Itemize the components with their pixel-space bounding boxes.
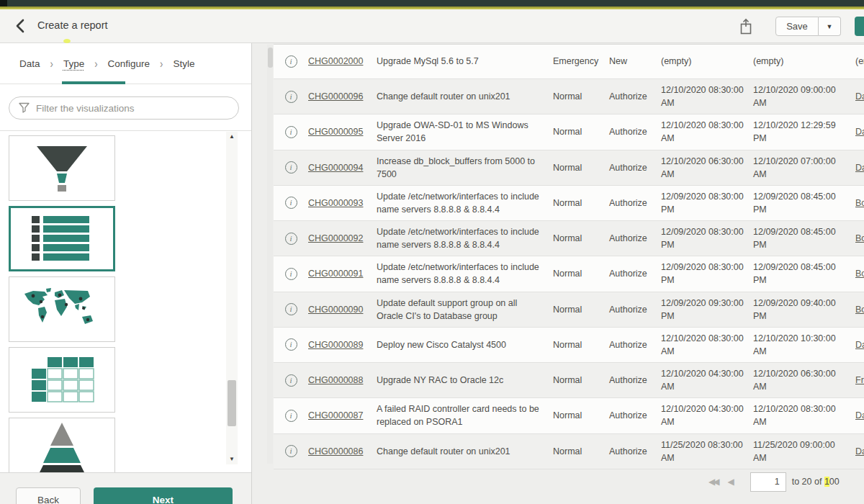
viz-thumb-heatmap[interactable]: [9, 347, 115, 413]
table-scrollbar-thumb[interactable]: [268, 48, 273, 68]
browser-top-strip: [0, 0, 864, 9]
change-number-link[interactable]: CHG0000094: [308, 157, 377, 179]
info-icon[interactable]: i: [285, 161, 297, 174]
info-icon[interactable]: i: [285, 233, 297, 245]
filter-visualizations-input[interactable]: [36, 103, 238, 114]
short-description-cell: Change default router on unix201: [377, 441, 553, 462]
table-pagination: ◀◀ ◀ to 20 of 100: [708, 472, 840, 492]
info-icon[interactable]: i: [285, 303, 297, 315]
table-row[interactable]: i CHG0000086 Change default router on un…: [274, 434, 864, 469]
scrollbar-thumb[interactable]: [228, 380, 236, 426]
change-number-link[interactable]: CHG0000088: [308, 369, 377, 391]
short-description-cell: Change default router on unix201: [377, 86, 553, 107]
end-date-cell: 12/10/2020 10:30:00AM: [753, 328, 845, 362]
info-icon[interactable]: i: [285, 410, 297, 422]
state-cell: Authorize: [609, 405, 661, 426]
viz-thumb-map[interactable]: [9, 276, 115, 342]
change-number-link[interactable]: CHG0000092: [308, 228, 377, 249]
priority-cell: Normal: [553, 228, 609, 249]
assigned-to-link[interactable]: Bow: [845, 228, 864, 249]
change-number-link[interactable]: CHG0000089: [308, 334, 377, 356]
short-description-cell: A failed RAID controller card needs to b…: [377, 398, 553, 433]
end-date-cell: 12/10/2020 08:30:00AM: [753, 398, 845, 433]
info-icon[interactable]: i: [285, 126, 297, 138]
end-date-cell: 12/10/2020 07:00:00AM: [753, 150, 845, 185]
step-configure[interactable]: Configure: [108, 58, 150, 69]
assigned-to-link[interactable]: Dav: [845, 157, 864, 179]
assigned-to-link[interactable]: Dav: [845, 121, 864, 143]
scrollbar-down-icon[interactable]: ▼: [226, 454, 238, 464]
state-cell: Authorize: [609, 299, 661, 320]
priority-cell: Normal: [553, 405, 609, 426]
table-row[interactable]: i CHG0002000 Upgrade MySql 5.6 to 5.7 Em…: [274, 45, 864, 79]
assigned-to-link[interactable]: Dav: [845, 441, 864, 462]
table-row[interactable]: i CHG0000090 Update default support grou…: [274, 292, 864, 328]
back-arrow-button[interactable]: [14, 17, 33, 35]
back-button[interactable]: Back: [16, 487, 81, 504]
chevron-right-icon: ›: [160, 57, 163, 70]
step-data[interactable]: Data: [19, 58, 40, 69]
share-export-button[interactable]: [739, 17, 760, 37]
info-icon[interactable]: i: [285, 445, 297, 457]
table-row[interactable]: i CHG0000093 Update /etc/network/interfa…: [274, 186, 864, 221]
step-style[interactable]: Style: [173, 58, 194, 69]
next-button[interactable]: Next: [94, 487, 233, 504]
state-cell: Authorize: [609, 441, 661, 462]
change-number-link[interactable]: CHG0002000: [308, 50, 377, 72]
total-rows-count: 100: [824, 477, 840, 487]
table-row[interactable]: i CHG0000089 Deploy new Cisco Catalyst 4…: [274, 328, 864, 363]
viz-thumb-funnel[interactable]: [9, 135, 115, 201]
short-description-cell: Update default support group on all Orac…: [377, 292, 553, 327]
visualization-list: [0, 130, 251, 504]
info-icon[interactable]: i: [285, 91, 297, 103]
change-number-link[interactable]: CHG0000090: [308, 299, 377, 320]
table-row[interactable]: i CHG0000095 Upgrade OWA-SD-01 to MS Win…: [274, 114, 864, 150]
change-number-link[interactable]: CHG0000087: [308, 405, 377, 426]
table-row[interactable]: i CHG0000088 Upgrade NY RAC to Oracle 12…: [274, 363, 864, 398]
short-description-cell: Increase db_block_buffers from 5000 to 7…: [377, 150, 553, 185]
previous-page-button[interactable]: ◀: [727, 477, 734, 487]
save-dropdown-button[interactable]: ▼: [819, 17, 841, 36]
sidebar-scrollbar[interactable]: ▲ ▼: [226, 132, 238, 464]
page-number-input[interactable]: [750, 472, 786, 492]
viz-thumb-list[interactable]: [9, 206, 115, 271]
scrollbar-up-icon[interactable]: ▲: [226, 132, 238, 142]
info-icon[interactable]: i: [285, 268, 297, 280]
end-date-cell: 12/09/2020 08:45:00PM: [753, 186, 845, 220]
assigned-to-link[interactable]: Dav: [845, 405, 864, 426]
table-row[interactable]: i CHG0000096 Change default router on un…: [274, 79, 864, 114]
table-row[interactable]: i CHG0000087 A failed RAID controller ca…: [274, 398, 864, 433]
table-scrollbar[interactable]: [267, 45, 273, 464]
short-description-cell: Update /etc/network/interfaces to includ…: [377, 256, 553, 291]
run-button-clipped[interactable]: [855, 17, 864, 36]
first-page-button[interactable]: ◀◀: [708, 477, 717, 487]
step-type[interactable]: Type: [63, 58, 84, 69]
info-icon[interactable]: i: [285, 338, 297, 351]
assigned-to-link[interactable]: Dav: [845, 86, 864, 107]
change-number-link[interactable]: CHG0000086: [308, 441, 377, 462]
info-icon[interactable]: i: [285, 197, 297, 209]
table-row[interactable]: i CHG0000091 Update /etc/network/interfa…: [274, 256, 864, 292]
start-date-cell: 12/10/2020 08:30:00AM: [661, 114, 753, 149]
active-step-underline: [62, 81, 125, 84]
assigned-to-link[interactable]: Bow: [845, 299, 864, 320]
info-icon[interactable]: i: [285, 55, 297, 68]
change-number-link[interactable]: CHG0000091: [308, 263, 377, 284]
info-icon[interactable]: i: [285, 374, 297, 387]
assigned-to-link[interactable]: (em: [845, 50, 864, 72]
assigned-to-link[interactable]: Fre: [845, 369, 864, 391]
assigned-to-link[interactable]: Bow: [845, 192, 864, 214]
assigned-to-link[interactable]: Dav: [845, 334, 864, 356]
change-number-link[interactable]: CHG0000096: [308, 86, 377, 107]
priority-cell: Normal: [553, 441, 609, 462]
save-button[interactable]: Save: [775, 17, 819, 36]
chevron-left-icon: [14, 19, 26, 33]
change-number-link[interactable]: CHG0000095: [308, 121, 377, 143]
end-date-cell: 12/09/2020 08:45:00PM: [753, 256, 845, 291]
change-number-link[interactable]: CHG0000093: [308, 192, 377, 214]
table-row[interactable]: i CHG0000092 Update /etc/network/interfa…: [274, 221, 864, 256]
priority-cell: Normal: [553, 299, 609, 320]
assigned-to-link[interactable]: Bow: [845, 263, 864, 284]
table-row[interactable]: i CHG0000094 Increase db_block_buffers f…: [274, 150, 864, 186]
priority-cell: Normal: [553, 369, 609, 391]
